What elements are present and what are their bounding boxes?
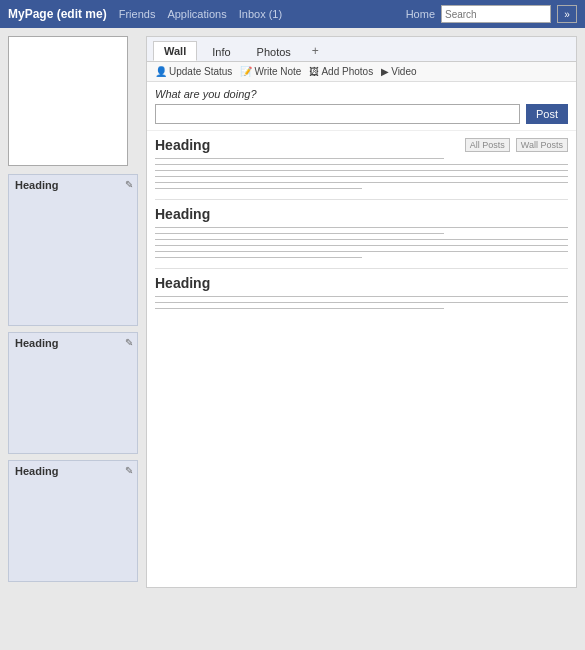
section-divider-2	[155, 268, 568, 269]
add-photos-icon: 🖼	[309, 66, 319, 77]
right-content: Wall Info Photos + 👤 Update Status 📝 Wri…	[146, 36, 577, 588]
home-link[interactable]: Home	[406, 8, 435, 20]
wall-section-header: Heading All Posts Wall Posts	[155, 137, 568, 153]
line	[155, 170, 568, 171]
sidebar-widget-1-body	[15, 191, 131, 321]
line	[155, 233, 444, 234]
profile-photo	[8, 36, 128, 166]
content-lines-1	[155, 158, 568, 189]
line	[155, 296, 568, 297]
update-status-btn[interactable]: 👤 Update Status	[155, 66, 232, 77]
tab-add-button[interactable]: +	[306, 42, 325, 60]
tab-wall[interactable]: Wall	[153, 41, 197, 61]
update-status-icon: 👤	[155, 66, 167, 77]
tab-photos[interactable]: Photos	[246, 42, 302, 61]
search-button[interactable]: »	[557, 5, 577, 23]
action-bar: 👤 Update Status 📝 Write Note 🖼 Add Photo…	[147, 62, 576, 82]
write-note-btn[interactable]: 📝 Write Note	[240, 66, 301, 77]
line	[155, 158, 444, 159]
top-nav: MyPage (edit me) Friends Applications In…	[0, 0, 585, 28]
section-2-header: Heading	[155, 206, 568, 222]
site-title: MyPage (edit me)	[8, 7, 107, 21]
nav-friends[interactable]: Friends	[119, 8, 156, 20]
line	[155, 257, 362, 258]
section-3-header: Heading	[155, 275, 568, 291]
status-label: What are you doing?	[155, 88, 568, 100]
sidebar-widget-3-edit-icon[interactable]: ✎	[125, 465, 133, 476]
content-lines-3	[155, 296, 568, 309]
video-btn[interactable]: ▶ Video	[381, 66, 416, 77]
tab-info[interactable]: Info	[201, 42, 241, 61]
video-label: Video	[391, 66, 416, 77]
sidebar-widget-2: Heading ✎	[8, 332, 138, 454]
write-note-icon: 📝	[240, 66, 252, 77]
line	[155, 302, 568, 303]
line	[155, 308, 444, 309]
wall-content: Heading All Posts Wall Posts Heading	[147, 131, 576, 325]
video-icon: ▶	[381, 66, 389, 77]
sidebar-widget-2-title: Heading	[15, 337, 58, 349]
sidebar-widget-1-title: Heading	[15, 179, 58, 191]
sidebar-widget-3: Heading ✎	[8, 460, 138, 582]
sidebar-widget-2-body	[15, 349, 131, 449]
section-2-heading: Heading	[155, 206, 210, 222]
sidebar-widget-3-title: Heading	[15, 465, 58, 477]
wall-section-links: All Posts Wall Posts	[465, 138, 568, 152]
sidebar-widget-3-body	[15, 477, 131, 577]
update-status-label: Update Status	[169, 66, 232, 77]
top-nav-right: Home »	[406, 5, 577, 23]
line	[155, 188, 362, 189]
line	[155, 245, 568, 246]
add-photos-btn[interactable]: 🖼 Add Photos	[309, 66, 373, 77]
all-posts-link[interactable]: All Posts	[465, 138, 510, 152]
status-input-row: Post	[155, 104, 568, 124]
main-container: Heading ✎ Heading ✎ Heading ✎ Wall Info …	[0, 28, 585, 596]
tabs-bar: Wall Info Photos +	[147, 37, 576, 62]
line	[155, 251, 568, 252]
add-photos-label: Add Photos	[321, 66, 373, 77]
sidebar-widget-2-edit-icon[interactable]: ✎	[125, 337, 133, 348]
wall-heading: Heading	[155, 137, 210, 153]
nav-links: Friends Applications Inbox (1)	[119, 8, 406, 20]
sidebar-widget-1: Heading ✎	[8, 174, 138, 326]
section-3-heading: Heading	[155, 275, 210, 291]
write-note-label: Write Note	[254, 66, 301, 77]
left-sidebar: Heading ✎ Heading ✎ Heading ✎	[8, 36, 138, 588]
line	[155, 227, 568, 228]
line	[155, 182, 568, 183]
line	[155, 164, 568, 165]
nav-inbox[interactable]: Inbox (1)	[239, 8, 282, 20]
section-divider	[155, 199, 568, 200]
status-box: What are you doing? Post	[147, 82, 576, 131]
content-lines-2	[155, 227, 568, 258]
nav-applications[interactable]: Applications	[167, 8, 226, 20]
line	[155, 176, 568, 177]
sidebar-widget-1-edit-icon[interactable]: ✎	[125, 179, 133, 190]
status-input[interactable]	[155, 104, 520, 124]
wall-posts-link[interactable]: Wall Posts	[516, 138, 568, 152]
search-input[interactable]	[441, 5, 551, 23]
line	[155, 239, 568, 240]
post-button[interactable]: Post	[526, 104, 568, 124]
